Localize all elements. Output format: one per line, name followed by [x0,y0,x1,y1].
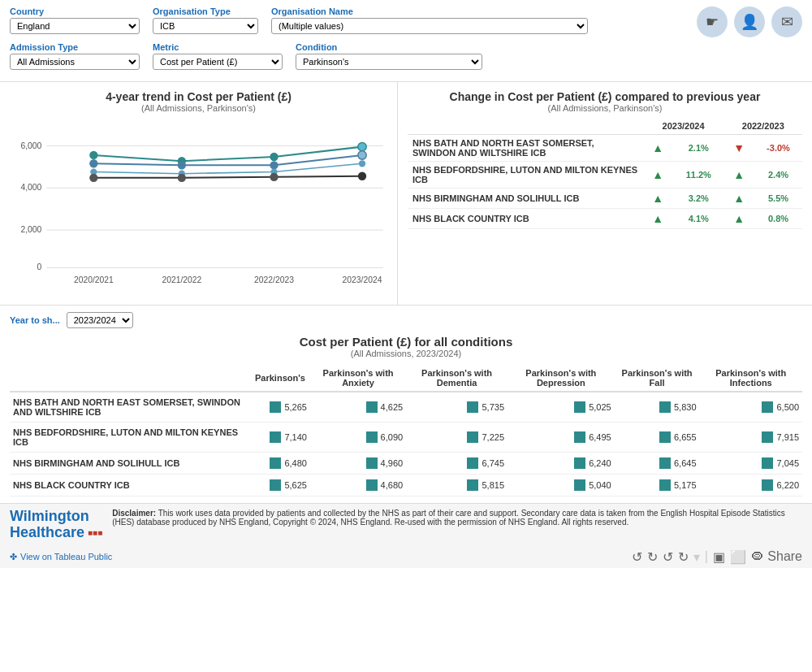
cost-table-row-val-0: 7,140 [250,423,310,453]
cost-table-row-val-0: 5,265 [250,392,310,423]
svg-text:2,000: 2,000 [20,225,41,234]
redo-icon[interactable]: ↻ [647,549,658,565]
admission-filter: Admission Type All Admissions [10,42,140,70]
year-select[interactable]: 2023/2024 [67,312,133,328]
cost-table-row-org: NHS BLACK COUNTRY ICB [10,475,250,496]
org-name-filter: Organisation Name (Multiple values) [271,7,588,34]
svg-text:0: 0 [37,263,42,272]
bottom-section: Year to sh... 2023/2024 Cost per Patient… [0,306,812,503]
val-text-1: 4,625 [381,402,404,412]
change-table-col-2022: 2022/2023 [724,118,802,135]
change-table-row-arrow-2022: ▼ [724,135,754,162]
condition-select[interactable]: Parkinson's [296,54,482,70]
org-type-filter: Organisation Type ICB [153,7,258,34]
val-text-2: 7,225 [482,432,504,442]
change-table-col-2023: 2023/2024 [643,118,724,135]
val-text-0: 5,265 [284,402,307,412]
trend-chart-title: 4-year trend in Cost per Patient (£) [10,90,387,103]
bar-icon-2 [467,479,478,491]
change-table-row-org: NHS BATH AND NORTH EAST SOMERSET, SWINDO… [408,135,643,162]
svg-point-19 [358,151,366,159]
admission-select[interactable]: All Admissions [10,54,140,70]
metric-select[interactable]: Cost per Patient (£) [153,54,283,70]
charts-row: 4-year trend in Cost per Patient (£) (Al… [0,82,812,306]
val-text-0: 5,625 [284,480,307,490]
bar-icon-4 [659,431,671,443]
icon-btn-1[interactable]: ☛ [697,7,728,37]
bar-icon-0 [270,479,281,491]
val-text-5: 6,500 [776,402,799,412]
year-filter-label: Year to sh... [10,315,60,325]
cost-table-col-1: Parkinson's with Anxiety [310,365,406,392]
year-filter-row: Year to sh... 2023/2024 [10,312,802,328]
logo-line1: Wilmington [10,509,102,525]
val-text-3: 5,025 [589,402,611,412]
svg-point-14 [270,153,278,161]
bar-icon-1 [366,401,378,413]
change-table-row-val-2023: 3.2% [673,189,724,209]
svg-text:4,000: 4,000 [20,183,41,192]
svg-point-23 [359,160,365,167]
svg-text:2020/2021: 2020/2021 [74,275,114,284]
val-text-4: 6,655 [674,432,697,442]
bar-icon-3 [574,401,585,413]
admission-label: Admission Type [10,42,140,52]
share-icon[interactable]: ⭖ Share [751,549,802,564]
cost-table-row-val-2: 5,735 [406,392,508,423]
metric-filter: Metric Cost per Patient (£) [153,42,283,70]
cost-table-row-val-1: 4,625 [310,392,406,423]
toolbar-sep1: ▾ [693,549,700,565]
change-table-row-org: NHS BIRMINGHAM AND SOLIHULL ICB [408,189,643,209]
bar-icon-3 [574,431,585,443]
val-text-0: 6,480 [284,458,307,468]
cost-table-title: Cost per Patient (£) for all conditions [10,335,802,349]
cost-table-subtitle: (All Admissions, 2023/2024) [10,349,802,358]
filter-panel: Country England Organisation Type ICB Or… [0,0,812,82]
country-select[interactable]: England [10,18,140,34]
org-name-select[interactable]: (Multiple values) [271,18,588,34]
icon-btn-2[interactable]: 👤 [734,7,765,37]
expand-icon[interactable]: ⬜ [730,549,746,565]
change-table-panel: Change in Cost per Patient (£) compared … [398,82,812,305]
tableau-icon: ✤ [10,552,17,562]
metric-label: Metric [153,42,283,52]
tableau-link[interactable]: ✤ View on Tableau Public [10,552,112,562]
cost-table-row-val-5: 7,915 [700,423,803,453]
org-type-label: Organisation Type [153,7,258,16]
undo2-icon[interactable]: ↺ [663,549,673,565]
val-text-4: 6,645 [674,458,697,468]
undo-icon[interactable]: ↺ [632,549,642,565]
cost-table-row-org: NHS BIRMINGHAM AND SOLIHULL ICB [10,453,250,475]
org-name-label: Organisation Name [271,7,588,16]
bar-icon-0 [270,401,281,413]
svg-point-15 [358,142,366,150]
cost-table-row-val-5: 6,500 [700,392,803,423]
icon-btn-3[interactable]: ✉ [771,7,802,37]
monitor-icon[interactable]: ▣ [713,549,725,565]
bar-icon-2 [467,457,478,469]
disclaimer-body: This work uses data provided by patients… [112,509,785,527]
change-table-row-val-2023: 11.2% [673,162,724,189]
bar-icon-1 [366,431,378,443]
tableau-link-text: View on Tableau Public [20,552,112,561]
val-text-5: 7,045 [776,458,799,468]
logo-line2: Healthcare [10,525,84,541]
bar-icon-4 [659,401,671,413]
cost-table-col-2: Parkinson's with Dementia [406,365,508,392]
svg-point-24 [89,174,97,182]
val-text-3: 6,240 [589,458,611,468]
logo-mark: ■■■ [88,528,102,537]
condition-label: Condition [296,42,482,52]
country-filter: Country England [10,7,140,34]
val-text-1: 4,960 [381,458,404,468]
bar-icon-5 [762,431,773,443]
redo2-icon[interactable]: ↻ [678,549,689,565]
cost-table-row-val-4: 5,175 [615,475,700,496]
cost-table-col-0: Parkinson's [250,365,310,392]
change-table-row-org: NHS BEDFORDSHIRE, LUTON AND MILTON KEYNE… [408,162,643,189]
svg-text:2023/2024: 2023/2024 [343,275,382,284]
svg-point-18 [270,161,278,169]
org-type-select[interactable]: ICB [153,18,258,34]
cost-table-row-org: NHS BATH AND NORTH EAST SOMERSET, SWINDO… [10,392,250,423]
svg-point-16 [89,159,97,167]
